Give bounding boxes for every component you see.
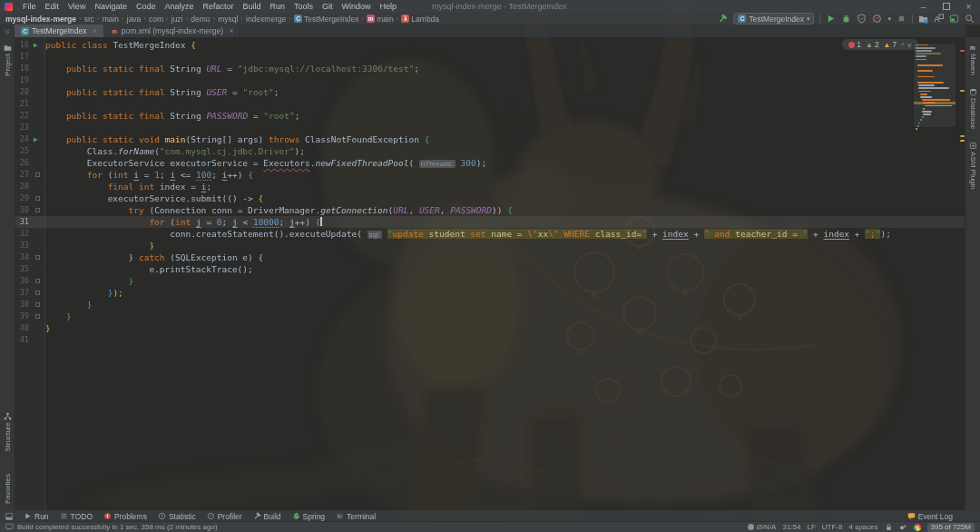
- tool-window-button-run[interactable]: Run: [24, 512, 49, 521]
- code-line-26[interactable]: 26 ExecutorService executorService = Exe…: [15, 157, 965, 169]
- debug-icon[interactable]: [841, 14, 851, 24]
- status-item--n-a[interactable]: Ø/N/A: [748, 523, 777, 531]
- notification-balloon-icon[interactable]: [5, 523, 14, 531]
- code-line-31[interactable]: 31 for (int j = 0; j < 10000; j++) {: [15, 216, 965, 228]
- fold-marker-icon[interactable]: [35, 255, 40, 260]
- editor-tab-testmergeindex[interactable]: CTestMergeIndex×: [15, 25, 104, 37]
- breadcrumb-item-testmergeindex[interactable]: CTestMergeIndex: [294, 15, 358, 24]
- tab-close-icon[interactable]: ×: [229, 26, 233, 35]
- menu-navigate[interactable]: Navigate: [90, 0, 132, 13]
- code-line-20[interactable]: 20 public static final String USER = "ro…: [15, 86, 965, 98]
- run-gutter-icon[interactable]: ▶: [34, 133, 38, 145]
- close-button[interactable]: ×: [957, 0, 980, 13]
- breadcrumb-item-mysql-index-merge[interactable]: mysql-index-merge: [5, 15, 76, 24]
- code-line-38[interactable]: 38 }: [15, 299, 965, 310]
- code-line-19[interactable]: 19: [15, 74, 965, 86]
- translate-icon[interactable]: A: [934, 14, 944, 24]
- menu-git[interactable]: Git: [318, 0, 338, 13]
- fold-marker-icon[interactable]: [35, 208, 40, 212]
- fold-marker-icon[interactable]: [35, 302, 40, 307]
- menu-help[interactable]: Help: [376, 0, 402, 13]
- status-item[interactable]: [899, 523, 907, 531]
- menu-code[interactable]: Code: [132, 0, 161, 13]
- run-gutter-icon[interactable]: ▶: [34, 39, 38, 51]
- breadcrumb-item-main[interactable]: main: [103, 15, 119, 24]
- menu-refactor[interactable]: Refactor: [198, 0, 238, 13]
- inspections-widget[interactable]: 1 ▲2 ▲7 ^ v: [842, 39, 918, 50]
- code-line-25[interactable]: 25 Class.forName("com.mysql.cj.jdbc.Driv…: [15, 145, 965, 157]
- code-line-39[interactable]: 39 }: [15, 310, 965, 322]
- search-icon[interactable]: [965, 14, 975, 24]
- fold-marker-icon[interactable]: [35, 172, 40, 177]
- code-line-21[interactable]: 21: [15, 98, 965, 110]
- code-line-32[interactable]: 32 conn.createStatement().executeUpdate(…: [15, 228, 965, 240]
- tool-window-button-terminal[interactable]: Terminal: [336, 512, 376, 521]
- tab-options-icon[interactable]: [0, 25, 15, 37]
- editor-tab-pom.xml[interactable]: mpom.xml (mysql-index-merge)×: [104, 25, 241, 37]
- code-line-28[interactable]: 28 final int index = i;: [15, 181, 965, 192]
- code-line-24[interactable]: 24▶ public static void main(String[] arg…: [15, 133, 965, 145]
- status-item-31-54[interactable]: 31:54: [782, 523, 800, 531]
- code-line-40[interactable]: 40}: [15, 322, 965, 334]
- minimize-button[interactable]: –: [912, 0, 935, 13]
- tool-stripe-project[interactable]: Project: [4, 44, 12, 76]
- code-line-23[interactable]: 23: [15, 122, 965, 133]
- fold-marker-icon[interactable]: [35, 314, 40, 319]
- breadcrumb-item-lambda[interactable]: λLambda: [401, 15, 439, 24]
- status-item-utf-8[interactable]: UTF-8: [822, 523, 843, 531]
- menu-analyze[interactable]: Analyze: [160, 0, 198, 13]
- code-minimap[interactable]: [913, 43, 956, 128]
- fold-marker-icon[interactable]: [35, 279, 40, 283]
- memory-indicator[interactable]: 395 of 725M: [927, 523, 975, 532]
- tool-stripe-database[interactable]: Database: [969, 88, 977, 129]
- tool-stripe-maven[interactable]: mMaven: [969, 44, 977, 75]
- breadcrumb-item-mysql[interactable]: mysql: [218, 15, 238, 24]
- event-log-button[interactable]: Event Log: [907, 512, 953, 521]
- breadcrumb-item-juzi[interactable]: juzi: [172, 15, 183, 24]
- profiler-icon[interactable]: [872, 14, 882, 24]
- menu-tools[interactable]: Tools: [289, 0, 318, 13]
- status-item[interactable]: [914, 524, 921, 531]
- code-line-41[interactable]: 41: [15, 334, 965, 346]
- code-line-22[interactable]: 22 public static final String PASSWORD =…: [15, 110, 965, 122]
- code-line-37[interactable]: 37 });: [15, 287, 965, 299]
- status-item[interactable]: [885, 523, 893, 531]
- status-item-lf[interactable]: LF: [807, 523, 815, 531]
- fold-marker-icon[interactable]: [35, 196, 40, 201]
- menu-build[interactable]: Build: [238, 0, 265, 13]
- tool-window-button-problems[interactable]: Problems: [103, 512, 147, 521]
- status-item-4-spaces[interactable]: 4 spaces: [848, 523, 877, 531]
- tool-switcher-icon[interactable]: [5, 513, 13, 520]
- code-line-33[interactable]: 33 }: [15, 240, 965, 251]
- tool-window-button-todo[interactable]: TODO: [60, 512, 93, 521]
- tool-stripe-structure[interactable]: Structure: [4, 412, 12, 451]
- menu-run[interactable]: Run: [266, 0, 290, 13]
- play-icon[interactable]: [826, 14, 836, 24]
- tool-stripe-asm-plugin[interactable]: ASM Plugin: [969, 142, 977, 190]
- fold-marker-icon[interactable]: [35, 291, 40, 295]
- run-configuration-select[interactable]: CTestMergeIndex▾: [733, 13, 814, 25]
- menu-window[interactable]: Window: [338, 0, 376, 13]
- chevron-down-icon[interactable]: ▾: [887, 15, 891, 23]
- tool-window-button-profiler[interactable]: Profiler: [207, 512, 242, 521]
- code-line-36[interactable]: 36 }: [15, 275, 965, 287]
- code-lines[interactable]: 16▶public class TestMergeIndex {1718 pub…: [15, 39, 965, 346]
- code-line-35[interactable]: 35 e.printStackTrace();: [15, 263, 965, 275]
- menu-edit[interactable]: Edit: [41, 0, 64, 13]
- tool-window-layout-icon[interactable]: [949, 14, 959, 24]
- status-message[interactable]: Build completed successfully in 1 sec, 3…: [17, 523, 218, 531]
- tab-close-icon[interactable]: ×: [92, 26, 96, 35]
- code-line-30[interactable]: 30 try (Connection conn = DriverManager.…: [15, 204, 965, 216]
- maximize-button[interactable]: [935, 0, 957, 13]
- build-hammer-icon[interactable]: [718, 14, 728, 24]
- menu-view[interactable]: View: [64, 0, 90, 13]
- project-structure-icon[interactable]: [918, 14, 928, 24]
- code-editor[interactable]: 16▶public class TestMergeIndex {1718 pub…: [15, 37, 965, 510]
- code-line-18[interactable]: 18 public static final String URL = "jdb…: [15, 63, 965, 74]
- prev-next-problem-icons[interactable]: ^ v: [901, 42, 912, 48]
- breadcrumb-item-com[interactable]: com: [149, 15, 163, 24]
- tool-window-button-spring[interactable]: Spring: [292, 512, 326, 521]
- breadcrumb-item-demo[interactable]: demo: [191, 15, 210, 24]
- code-line-34[interactable]: 34 } catch (SQLException e) {: [15, 251, 965, 263]
- stop-icon[interactable]: [897, 14, 906, 24]
